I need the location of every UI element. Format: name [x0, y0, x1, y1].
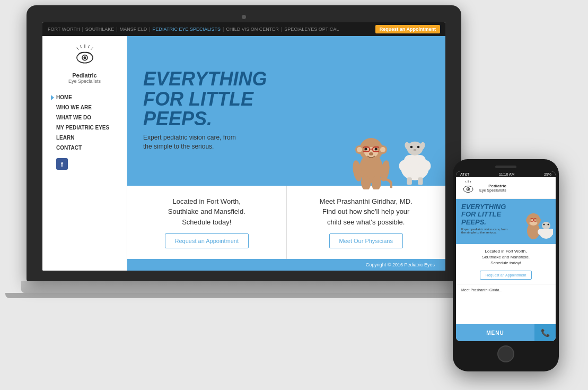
svg-point-50: [526, 218, 531, 223]
svg-point-57: [548, 224, 549, 226]
phone-cta: Located in Fort Worth,Southlake and Mans…: [456, 244, 556, 284]
phone-logo-eye-icon: [460, 180, 476, 196]
phone-carrier: AT&T: [460, 172, 469, 176]
svg-point-53: [538, 229, 544, 235]
svg-line-2: [77, 48, 78, 50]
cta-box1-text: Located in Fort Worth,Southlake and Mans…: [168, 196, 245, 228]
phone-statusbar: AT&T 11:10 AM 29%: [456, 171, 556, 177]
phone-meet-section: Meet Prashanthi Girida...: [456, 284, 556, 293]
svg-point-51: [536, 218, 541, 223]
topbar-sep1: |: [82, 27, 83, 32]
nav-item-home[interactable]: HOME: [51, 92, 118, 102]
phone-cta-text: Located in Fort Worth,Southlake and Mans…: [461, 248, 550, 266]
cta-section: Located in Fort Worth,Southlake and Mans…: [127, 184, 445, 259]
facebook-icon: f: [56, 158, 68, 170]
phone-logo-sub: Eye Specialists: [479, 188, 506, 192]
svg-point-44: [468, 188, 469, 190]
hero-title-line3: PEEPS.: [143, 109, 267, 129]
topbar-sep5: |: [281, 27, 282, 32]
nav-item-contact[interactable]: CONTACT: [51, 143, 118, 153]
topbar-link-fortworth[interactable]: FORT WORTH: [48, 27, 80, 32]
svg-point-56: [543, 224, 545, 226]
svg-line-40: [466, 181, 466, 183]
logo-text-sub: Eye Specialists: [51, 79, 118, 84]
svg-line-4: [91, 48, 92, 50]
phone-bottom-bar: MENU 📞: [456, 324, 556, 341]
cta-box2-text: Meet Prashanthi Giridhar, MD.Find out ho…: [320, 196, 413, 228]
svg-point-32: [410, 145, 413, 148]
hero-title: EVERYTHING FOR LITTLE PEEPS.: [143, 69, 267, 129]
svg-rect-38: [418, 177, 423, 185]
hero-title-line2: FOR LITTLE: [143, 89, 267, 109]
request-appointment-button[interactable]: Request an Appointment: [165, 233, 249, 248]
cta-box-physicians: Meet Prashanthi Giridhar, MD.Find out ho…: [287, 186, 446, 259]
svg-point-34: [414, 149, 417, 151]
phone-meet-text: Meet Prashanthi Girida...: [461, 288, 502, 292]
topbar-link-mansfield[interactable]: MANSFIELD: [120, 27, 147, 32]
phone-device: AT&T 11:10 AM 29% Pediatri: [453, 159, 559, 371]
nav-item-what[interactable]: WHAT WE DO: [51, 112, 118, 123]
phone-menu-button[interactable]: MENU: [456, 324, 534, 341]
hero-section: EVERYTHING FOR LITTLE PEEPS. Expert pedi…: [127, 36, 445, 184]
phone-appointment-button[interactable]: Request an Appointment: [480, 271, 532, 280]
site-main: Pediatric Eye Specialists HOME WHO WE AR…: [42, 36, 445, 271]
nav-item-learn[interactable]: LEARN: [51, 133, 118, 143]
svg-line-3: [88, 45, 89, 48]
topbar-sep4: |: [223, 27, 224, 32]
svg-point-30: [409, 154, 421, 166]
svg-point-33: [417, 145, 420, 148]
svg-point-16: [369, 152, 373, 155]
meet-physicians-button[interactable]: Meet Our Physicians: [329, 233, 403, 248]
nav-item-mpe[interactable]: MY PEDIATRIC EYES: [51, 123, 118, 133]
phone-icon: 📞: [541, 328, 550, 337]
laptop-foot: [5, 293, 482, 298]
laptop-base: [21, 281, 467, 293]
website: FORT WORTH | SOUTHLAKE | MANSFIELD | PED…: [42, 22, 445, 271]
phone-home-button[interactable]: [497, 345, 514, 362]
svg-point-7: [83, 56, 86, 59]
phone-screen: AT&T 11:10 AM 29% Pediatri: [456, 171, 556, 341]
copyright-text: Copyright © 2016 Pediatric Eyes: [366, 262, 435, 267]
phone-logo-text: Pediatric Eye Specialists: [479, 184, 506, 192]
topbar-sep3: |: [149, 27, 150, 32]
facebook-link[interactable]: f: [51, 158, 118, 170]
topbar-appointment-button[interactable]: Request an Appointment: [375, 25, 440, 33]
site-topbar: FORT WORTH | SOUTHLAKE | MANSFIELD | PED…: [42, 22, 445, 36]
svg-point-15: [375, 148, 378, 150]
phone-body: AT&T 11:10 AM 29% Pediatri: [453, 159, 559, 371]
laptop-camera: [242, 15, 246, 19]
phone-logo-main: Pediatric: [479, 184, 506, 188]
nav-item-who[interactable]: WHO WE ARE: [51, 102, 118, 112]
topbar-links: FORT WORTH | SOUTHLAKE | MANSFIELD | PED…: [48, 27, 339, 32]
laptop-screen: FORT WORTH | SOUTHLAKE | MANSFIELD | PED…: [42, 22, 445, 271]
svg-point-14: [365, 148, 367, 150]
topbar-link-seo[interactable]: SPECIALEYES OPTICAL: [284, 27, 339, 32]
phone-speaker: [495, 166, 516, 168]
topbar-link-southlake[interactable]: SOUTHLAKE: [85, 27, 115, 32]
logo-eye-icon: [72, 44, 98, 70]
hero-toys: [350, 126, 435, 184]
svg-rect-37: [407, 177, 412, 185]
topbar-sep2: |: [116, 27, 117, 32]
cta-box-appointment: Located in Fort Worth,Southlake and Mans…: [127, 186, 287, 259]
logo-area: Pediatric Eye Specialists: [51, 44, 118, 84]
phone-hero-toys: [524, 207, 553, 244]
phone-call-button[interactable]: 📞: [534, 324, 556, 341]
site-footer: Copyright © 2016 Pediatric Eyes: [127, 259, 445, 271]
monkey-toy-icon: [350, 126, 392, 184]
hero-title-line1: EVERYTHING: [143, 69, 267, 89]
logo-text-main: Pediatric: [51, 72, 118, 79]
svg-point-55: [542, 222, 550, 229]
svg-point-20: [380, 147, 385, 152]
nav-menu: HOME WHO WE ARE WHAT WE DO MY PEDIATRIC …: [51, 92, 118, 153]
topbar-link-cvc[interactable]: CHILD VISION CENTER: [226, 27, 279, 32]
svg-line-1: [80, 45, 81, 48]
site-sidebar: Pediatric Eye Specialists HOME WHO WE AR…: [42, 36, 127, 271]
site-content: EVERYTHING FOR LITTLE PEEPS. Expert pedi…: [127, 36, 445, 271]
hero-subtitle: Expert pediatric vision care, fromthe si…: [143, 133, 267, 151]
laptop-body: FORT WORTH | SOUTHLAKE | MANSFIELD | PED…: [27, 5, 461, 281]
svg-line-41: [470, 181, 471, 183]
phone-battery: 29%: [544, 172, 551, 176]
phone-topbar: Pediatric Eye Specialists: [456, 177, 556, 199]
topbar-link-pes[interactable]: PEDIATRIC EYE SPECIALISTS: [153, 27, 221, 32]
